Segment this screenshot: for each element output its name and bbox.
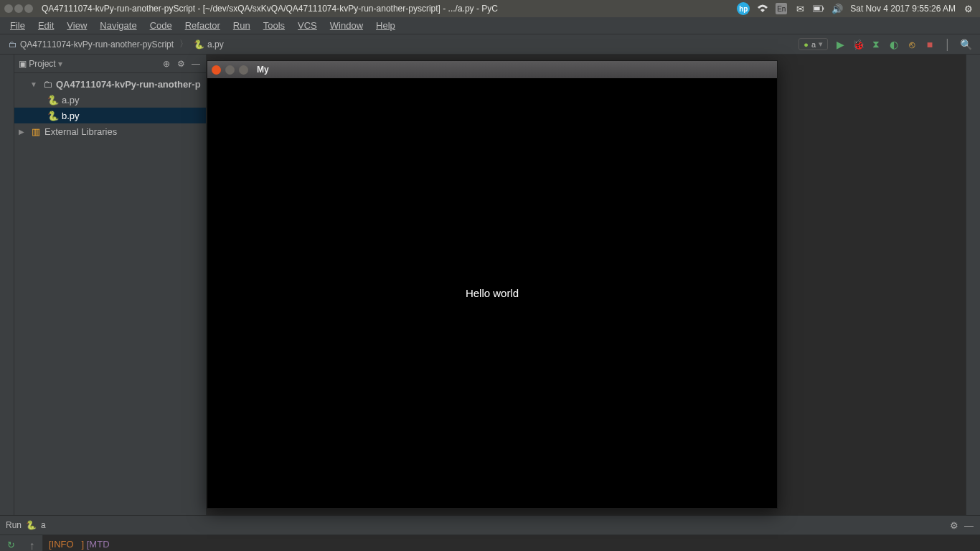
- menu-run[interactable]: Run: [227, 19, 256, 32]
- breadcrumb-project-label: QA47111074-kvPy-run-another-pyScript: [20, 39, 174, 50]
- console-output[interactable]: [INFO ] [MTD [INFO ] [Base [INFO ] [GL […: [43, 535, 980, 551]
- run-config-selector[interactable]: ● a ▾: [798, 38, 828, 50]
- menu-file[interactable]: File: [4, 19, 31, 32]
- settings-icon[interactable]: ⚙: [950, 520, 960, 530]
- maximize-window-icon[interactable]: [24, 4, 33, 13]
- settings-icon[interactable]: ⚙: [177, 59, 187, 69]
- left-gutter[interactable]: [0, 55, 14, 515]
- stop-button[interactable]: ■: [924, 39, 936, 50]
- keyboard-layout-indicator[interactable]: En: [776, 3, 787, 14]
- tree-root-label: QA47111074-kvPy-run-another-p: [56, 79, 201, 90]
- chevron-down-icon: ▾: [819, 39, 823, 49]
- run-tool-label[interactable]: Run: [6, 520, 22, 530]
- hide-icon[interactable]: —: [964, 520, 974, 530]
- coverage-button[interactable]: ⧗: [870, 39, 882, 50]
- svg-rect-1: [823, 7, 824, 9]
- project-icon: ▣: [19, 59, 27, 69]
- tree-file-b[interactable]: 🐍 b.py: [14, 108, 206, 123]
- volume-icon[interactable]: 🔊: [831, 3, 843, 14]
- os-titlebar: QA47111074-kvPy-run-another-pyScript - […: [0, 0, 980, 17]
- library-icon: ▥: [30, 126, 42, 137]
- kivy-maximize-icon[interactable]: [239, 65, 248, 75]
- svg-rect-2: [814, 7, 820, 11]
- tree-file-label: a.py: [62, 95, 80, 105]
- hide-icon[interactable]: —: [192, 59, 202, 69]
- folder-icon: 🗀: [9, 39, 17, 50]
- project-tree[interactable]: ▼ 🗀 QA47111074-kvPy-run-another-p 🐍 a.py…: [14, 73, 206, 142]
- clock[interactable]: Sat Nov 4 2017 9:55:26 AM: [850, 4, 956, 14]
- wifi-icon[interactable]: [757, 3, 768, 14]
- breadcrumb-file[interactable]: 🐍 a.py: [189, 38, 228, 51]
- close-window-icon[interactable]: [4, 4, 13, 13]
- chevron-down-icon: ▾: [58, 59, 62, 69]
- expand-arrow-icon[interactable]: ▶: [19, 128, 27, 136]
- tree-file-a[interactable]: 🐍 a.py: [14, 92, 206, 108]
- main-menu: File Edit View Navigate Code Refactor Ru…: [0, 17, 980, 34]
- kivy-close-icon[interactable]: [212, 65, 221, 75]
- toolbar-right: ● a ▾ ▶ 🐞 ⧗ ◐ ⎋ ■ │ 🔍: [798, 38, 976, 50]
- hp-icon[interactable]: hp: [737, 2, 750, 15]
- tree-file-label: b.py: [62, 110, 80, 121]
- run-tool-config[interactable]: a: [41, 520, 46, 530]
- tree-root[interactable]: ▼ 🗀 QA47111074-kvPy-run-another-p: [14, 76, 206, 92]
- menu-vcs[interactable]: VCS: [292, 19, 323, 32]
- project-toolbar: ▣ Project ▾ ⊕ ⚙ —: [14, 55, 206, 73]
- menu-code[interactable]: Code: [144, 19, 178, 32]
- breadcrumb-file-label: a.py: [207, 39, 224, 50]
- menu-view[interactable]: View: [61, 19, 93, 32]
- tree-external-libs[interactable]: ▶ ▥ External Libraries: [14, 123, 206, 139]
- expand-arrow-icon[interactable]: ▼: [30, 80, 39, 88]
- right-gutter[interactable]: [966, 55, 980, 515]
- search-icon[interactable]: 🔍: [960, 39, 971, 50]
- menu-refactor[interactable]: Refactor: [179, 19, 226, 32]
- kivy-minimize-icon[interactable]: [225, 65, 235, 75]
- kivy-app-window[interactable]: My Hello world: [207, 60, 778, 509]
- run-side-toolbar-1: ↻ ■ ⏸ ⎋ 📌 ✕ ?: [0, 535, 22, 551]
- menu-navigate[interactable]: Navigate: [94, 19, 142, 32]
- attach-button[interactable]: ⎋: [906, 39, 918, 50]
- project-tool-window: ▣ Project ▾ ⊕ ⚙ — ▼ 🗀 QA47111074-kvPy-ru…: [14, 55, 207, 515]
- minimize-window-icon[interactable]: [14, 4, 23, 13]
- kivy-content: Hello world: [207, 78, 777, 508]
- project-view-dropdown[interactable]: ▣ Project ▾: [19, 59, 62, 69]
- python-file-icon: 🐍: [194, 39, 204, 50]
- debug-button[interactable]: 🐞: [852, 39, 864, 50]
- python-icon: 🐍: [26, 520, 37, 530]
- menu-tools[interactable]: Tools: [258, 19, 291, 32]
- rerun-icon[interactable]: ↻: [4, 540, 17, 550]
- breadcrumb-project[interactable]: 🗀 QA47111074-kvPy-run-another-pyScript: [4, 38, 178, 51]
- collapse-all-icon[interactable]: ⊕: [163, 59, 173, 69]
- menu-help[interactable]: Help: [370, 19, 401, 32]
- navigation-bar: 🗀 QA47111074-kvPy-run-another-pyScript 〉…: [0, 34, 980, 55]
- up-icon[interactable]: ↑: [29, 540, 35, 551]
- window-title: QA47111074-kvPy-run-another-pyScript - […: [42, 4, 498, 14]
- python-icon: ●: [804, 40, 809, 49]
- project-tool-title: Project: [29, 59, 55, 69]
- tree-external-label: External Libraries: [44, 126, 117, 137]
- console-line: [INFO ] [MTD: [49, 538, 974, 551]
- folder-icon: 🗀: [42, 79, 53, 90]
- menu-edit[interactable]: Edit: [32, 19, 60, 32]
- run-tool-header: Run 🐍 a ⚙ —: [0, 515, 980, 535]
- breadcrumb-separator: 〉: [178, 38, 189, 50]
- run-button[interactable]: ▶: [834, 39, 846, 50]
- python-file-icon: 🐍: [47, 95, 59, 105]
- run-tool-window: ↻ ■ ⏸ ⎋ 📌 ✕ ? ↑ ↓ ⇅ 🖶 ⌫ 🗑 [INFO ] [MTD […: [0, 535, 980, 551]
- sep-toolbar: │: [942, 39, 953, 50]
- window-controls: [0, 4, 37, 13]
- kivy-titlebar[interactable]: My: [207, 61, 777, 78]
- kivy-window-title: My: [257, 65, 269, 75]
- mail-icon[interactable]: ✉: [794, 3, 806, 14]
- run-side-toolbar-2: ↑ ↓ ⇅ 🖶 ⌫ 🗑: [22, 535, 43, 551]
- system-tray: hp En ✉ 🔊 Sat Nov 4 2017 9:55:26 AM ⚙: [737, 2, 980, 15]
- kivy-label: Hello world: [466, 287, 519, 299]
- menu-window[interactable]: Window: [324, 19, 369, 32]
- settings-gear-icon[interactable]: ⚙: [963, 3, 974, 14]
- battery-icon[interactable]: [813, 3, 824, 14]
- python-file-icon: 🐍: [47, 110, 59, 121]
- profile-button[interactable]: ◐: [888, 39, 900, 50]
- run-config-label: a: [811, 40, 816, 49]
